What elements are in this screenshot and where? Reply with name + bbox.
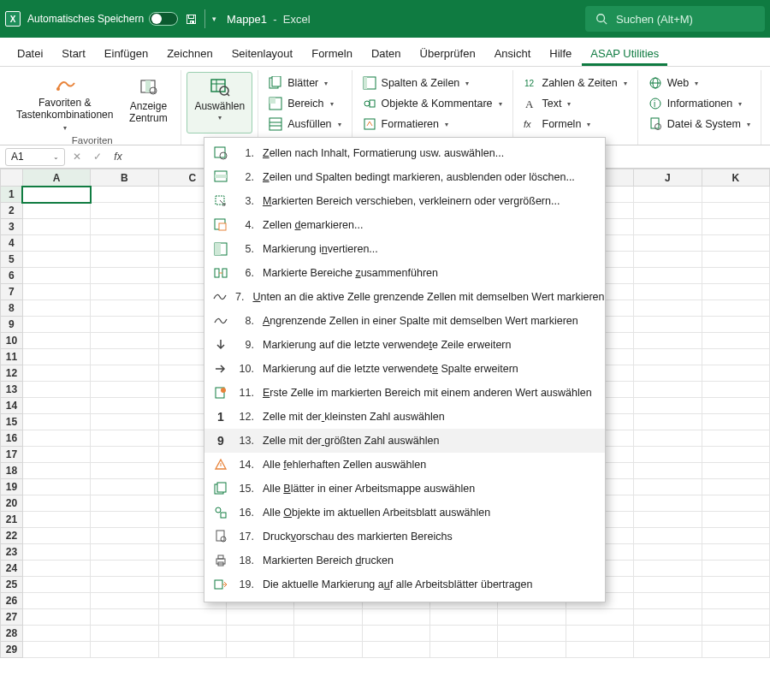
- cell[interactable]: [634, 252, 702, 268]
- cell[interactable]: [702, 430, 769, 447]
- row-header[interactable]: 15: [1, 414, 23, 430]
- cell[interactable]: [22, 447, 90, 463]
- select-button[interactable]: Auswählen ▾: [187, 72, 252, 133]
- cell[interactable]: [91, 268, 158, 284]
- cell[interactable]: [158, 609, 226, 626]
- cell[interactable]: [22, 382, 90, 398]
- cell[interactable]: [702, 414, 769, 430]
- menu-item-18[interactable]: 18.Markierten Bereich drucken: [204, 549, 605, 572]
- row-header[interactable]: 18: [1, 463, 23, 479]
- menu-item-11[interactable]: 11.Erste Zelle im markierten Bereich mit…: [204, 381, 605, 405]
- cancel-formula-icon[interactable]: ✕: [68, 151, 86, 163]
- cell[interactable]: [634, 544, 702, 561]
- cell[interactable]: [634, 528, 702, 544]
- cell[interactable]: [22, 512, 90, 528]
- ribbon-tab-ansicht[interactable]: Ansicht: [486, 40, 540, 66]
- row-header[interactable]: 12: [1, 365, 23, 382]
- cell[interactable]: [634, 365, 702, 382]
- cell[interactable]: [566, 609, 633, 626]
- row-header[interactable]: 7: [1, 284, 23, 300]
- ribbon-datei-system-button[interactable]: Datei & System ▾: [643, 115, 755, 133]
- menu-item-7[interactable]: 7.Unten an die aktive Zelle grenzende Ze…: [204, 285, 605, 309]
- row-header[interactable]: 25: [1, 577, 23, 593]
- cell[interactable]: [498, 626, 566, 642]
- ribbon-tab-seitenlayout[interactable]: Seitenlayout: [223, 40, 302, 66]
- cell[interactable]: [91, 577, 158, 593]
- row-header[interactable]: 22: [1, 528, 23, 544]
- ribbon-formatieren-button[interactable]: Formatieren ▾: [358, 115, 507, 133]
- cell[interactable]: [634, 349, 702, 365]
- cell[interactable]: [91, 430, 158, 447]
- row-header[interactable]: 2: [1, 203, 23, 219]
- row-header[interactable]: 13: [1, 382, 23, 398]
- cell[interactable]: [430, 642, 498, 658]
- ribbon-tab-datei[interactable]: Datei: [9, 40, 51, 66]
- row-header[interactable]: 14: [1, 398, 23, 414]
- cell[interactable]: [22, 187, 90, 203]
- cell[interactable]: [91, 187, 158, 203]
- cell[interactable]: [91, 252, 158, 268]
- row-header[interactable]: 26: [1, 593, 23, 609]
- column-header[interactable]: B: [91, 169, 158, 187]
- row-header[interactable]: 20: [1, 495, 23, 512]
- cell[interactable]: [702, 544, 769, 561]
- cell[interactable]: [634, 561, 702, 577]
- cell[interactable]: [22, 626, 90, 642]
- ribbon-tab-daten[interactable]: Daten: [363, 40, 410, 66]
- cell[interactable]: [634, 235, 702, 252]
- cell[interactable]: [91, 203, 158, 219]
- cell[interactable]: [566, 626, 633, 642]
- menu-item-6[interactable]: 6.Markierte Bereiche zusammenführen: [204, 261, 605, 285]
- cell[interactable]: [91, 414, 158, 430]
- qat-overflow-icon[interactable]: ▾: [212, 15, 216, 23]
- cell[interactable]: [91, 528, 158, 544]
- cell[interactable]: [702, 495, 769, 512]
- cell[interactable]: [634, 512, 702, 528]
- cell[interactable]: [91, 398, 158, 414]
- menu-item-12[interactable]: 112.Zelle mit der kleinsten Zahl auswähl…: [204, 405, 605, 429]
- cell[interactable]: [702, 479, 769, 495]
- cell[interactable]: [22, 203, 90, 219]
- cell[interactable]: [294, 609, 362, 626]
- cell[interactable]: [22, 349, 90, 365]
- cell[interactable]: [702, 398, 769, 414]
- cell[interactable]: [91, 349, 158, 365]
- cell[interactable]: [22, 479, 90, 495]
- cell[interactable]: [702, 300, 769, 317]
- cell[interactable]: [227, 626, 294, 642]
- cell[interactable]: [702, 463, 769, 479]
- menu-item-8[interactable]: 8.Angrenzende Zellen in einer Spalte mit…: [204, 309, 605, 333]
- cell[interactable]: [634, 187, 702, 203]
- cell[interactable]: [91, 382, 158, 398]
- row-header[interactable]: 5: [1, 252, 23, 268]
- cell[interactable]: [702, 447, 769, 463]
- cell[interactable]: [634, 447, 702, 463]
- cell[interactable]: [634, 203, 702, 219]
- cell[interactable]: [22, 609, 90, 626]
- cell[interactable]: [22, 593, 90, 609]
- cell[interactable]: [702, 203, 769, 219]
- menu-item-19[interactable]: 19.Die aktuelle Markierung auf alle Arbe…: [204, 572, 605, 596]
- cell[interactable]: [634, 577, 702, 593]
- ribbon-formeln-button[interactable]: fxFormeln ▾: [518, 115, 632, 133]
- cell[interactable]: [634, 398, 702, 414]
- cell[interactable]: [22, 561, 90, 577]
- ribbon-tab-zeichnen[interactable]: Zeichnen: [158, 40, 221, 66]
- cell[interactable]: [91, 626, 158, 642]
- cell[interactable]: [702, 333, 769, 349]
- ribbon-spalten-zeilen-button[interactable]: Spalten & Zeilen ▾: [358, 74, 507, 92]
- ribbon-informationen-button[interactable]: iInformationen ▾: [643, 94, 755, 113]
- cell[interactable]: [22, 317, 90, 333]
- ribbon-objekte-kommentare-button[interactable]: Objekte & Kommentare ▾: [358, 94, 507, 113]
- cell[interactable]: [566, 642, 633, 658]
- cell[interactable]: [91, 593, 158, 609]
- cell[interactable]: [702, 528, 769, 544]
- cell[interactable]: [634, 382, 702, 398]
- cell[interactable]: [91, 333, 158, 349]
- accept-formula-icon[interactable]: ✓: [89, 151, 106, 163]
- cell[interactable]: [22, 365, 90, 382]
- cell[interactable]: [158, 626, 226, 642]
- ribbon-tab-asap-utilities[interactable]: ASAP Utilities: [582, 40, 667, 66]
- cell[interactable]: [634, 219, 702, 235]
- cell[interactable]: [634, 268, 702, 284]
